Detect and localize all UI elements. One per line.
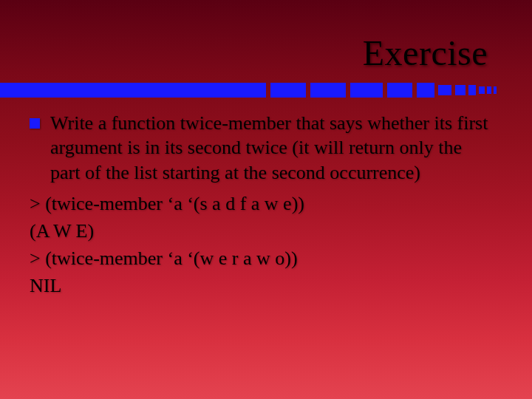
ruler-segment — [350, 83, 383, 98]
ruler-segment — [468, 85, 476, 95]
code-examples: > (twice-member ‘a ‘(s a d f a w e)) (A … — [30, 191, 495, 299]
ruler-segment — [494, 86, 497, 94]
ruler-segment — [438, 85, 451, 95]
slide-body: Write a function twice-member that says … — [30, 111, 495, 300]
example-line: > (twice-member ‘a ‘(s a d f a w e)) — [30, 191, 495, 216]
example-line: (A W E) — [30, 218, 495, 244]
bullet-item: Write a function twice-member that says … — [30, 111, 495, 185]
ruler-segment — [270, 83, 306, 98]
ruler-segment — [387, 83, 412, 98]
ruler-segment — [455, 85, 466, 95]
bullet-text: Write a function twice-member that says … — [50, 111, 495, 185]
square-bullet-icon — [30, 118, 40, 129]
ruler-segment — [417, 83, 434, 98]
ruler-segment — [310, 83, 346, 98]
ruler-segment — [479, 86, 485, 94]
ruler-segment — [0, 83, 266, 98]
slide: Exercise Write a function twice-member t… — [0, 0, 532, 399]
example-line: NIL — [30, 273, 495, 299]
example-line: > (twice-member ‘a ‘(w e r a w o)) — [30, 245, 495, 271]
decorative-ruler — [0, 83, 532, 98]
slide-title: Exercise — [363, 33, 488, 73]
